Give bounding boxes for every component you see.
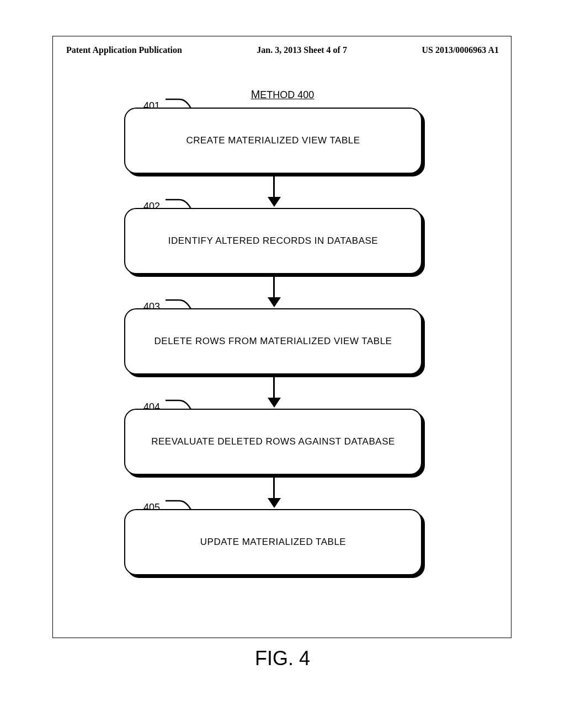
flow-step-401: 401 CREATE MATERIALIZED VIEW TABLE xyxy=(119,108,430,174)
step-text-403: DELETE ROWS FROM MATERIALIZED VIEW TABLE xyxy=(154,336,392,347)
method-title-prefix: M xyxy=(251,88,260,100)
flow-step-404: 404 REEVALUATE DELETED ROWS AGAINST DATA… xyxy=(119,409,430,475)
step-box-403: DELETE ROWS FROM MATERIALIZED VIEW TABLE xyxy=(124,308,422,374)
arrow-line-icon xyxy=(273,274,275,299)
step-box-405: UPDATE MATERIALIZED TABLE xyxy=(124,509,422,575)
method-title-rest: ETHOD xyxy=(260,89,295,100)
arrow-line-icon xyxy=(273,475,275,500)
step-text-405: UPDATE MATERIALIZED TABLE xyxy=(200,537,346,548)
header-right-text: US 2013/0006963 A1 xyxy=(422,45,499,55)
flow-step-402: 402 IDENTIFY ALTERED RECORDS IN DATABASE xyxy=(119,208,430,274)
arrow-line-icon xyxy=(273,374,275,399)
flow-step-405: 405 UPDATE MATERIALIZED TABLE xyxy=(119,509,430,575)
method-number: 400 xyxy=(297,89,314,100)
arrow-head-icon xyxy=(268,297,281,307)
step-box-front: REEVALUATE DELETED ROWS AGAINST DATABASE xyxy=(124,409,422,475)
step-text-404: REEVALUATE DELETED ROWS AGAINST DATABASE xyxy=(151,436,395,447)
arrow-line-icon xyxy=(273,174,275,199)
step-box-front: IDENTIFY ALTERED RECORDS IN DATABASE xyxy=(124,208,422,274)
step-box-401: CREATE MATERIALIZED VIEW TABLE xyxy=(124,108,422,174)
figure-label: FIG. 4 xyxy=(0,647,565,670)
flow-step-403: 403 DELETE ROWS FROM MATERIALIZED VIEW T… xyxy=(119,308,430,374)
arrow-head-icon xyxy=(268,197,281,207)
header-center-text: Jan. 3, 2013 Sheet 4 of 7 xyxy=(257,45,347,55)
arrow-head-icon xyxy=(268,498,281,508)
step-box-front: CREATE MATERIALIZED VIEW TABLE xyxy=(124,108,422,174)
step-box-front: DELETE ROWS FROM MATERIALIZED VIEW TABLE xyxy=(124,308,422,374)
step-box-404: REEVALUATE DELETED ROWS AGAINST DATABASE xyxy=(124,409,422,475)
step-box-front: UPDATE MATERIALIZED TABLE xyxy=(124,509,422,575)
step-box-402: IDENTIFY ALTERED RECORDS IN DATABASE xyxy=(124,208,422,274)
step-text-401: CREATE MATERIALIZED VIEW TABLE xyxy=(186,135,360,146)
header-left-text: Patent Application Publication xyxy=(66,45,182,55)
flowchart: 401 CREATE MATERIALIZED VIEW TABLE 402 I… xyxy=(119,108,430,575)
step-text-402: IDENTIFY ALTERED RECORDS IN DATABASE xyxy=(168,235,378,247)
page-header: Patent Application Publication Jan. 3, 2… xyxy=(0,45,565,55)
method-title: METHOD 400 xyxy=(0,88,565,101)
arrow-head-icon xyxy=(268,398,281,408)
